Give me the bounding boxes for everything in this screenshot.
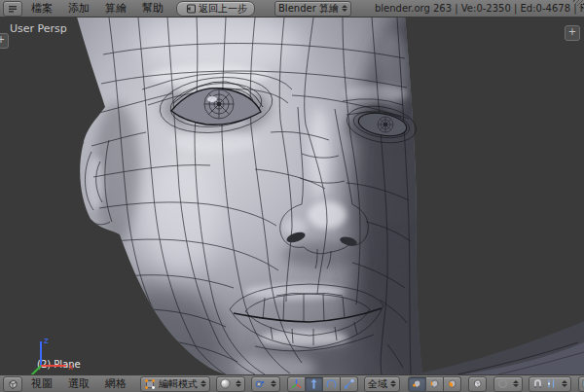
occlude-group [468, 376, 487, 392]
expand-region-button-right[interactable]: + [565, 25, 580, 41]
dropdown-arrows-icon [513, 380, 519, 387]
mode-select[interactable]: 編輯模式 [140, 376, 210, 392]
render-engine-select[interactable]: Blender 算繪 [274, 1, 351, 17]
vertex-select-button[interactable] [408, 376, 426, 392]
occlude-geometry-icon [472, 378, 483, 389]
manipulator-axis-icon [291, 378, 302, 389]
menu-view[interactable]: 視圖 [24, 376, 59, 391]
snap-select[interactable] [529, 376, 571, 392]
viewport-shading-select[interactable] [216, 376, 245, 392]
scale-manipulator-button[interactable] [341, 376, 358, 392]
expand-region-button-left[interactable]: + [0, 33, 9, 49]
proportional-edit-select[interactable] [493, 376, 523, 392]
scene-statistics: blender.org 263 | Ve:0-2350 | Ed:0-4678 … [375, 3, 584, 14]
menu-file[interactable]: 檔案 [24, 1, 59, 16]
manipulator-toggle-button[interactable] [287, 376, 306, 392]
editor-type-icon [7, 378, 18, 390]
back-button-label: 返回上一步 [199, 2, 247, 16]
dropdown-arrows-icon [342, 5, 347, 12]
pivot-center-select[interactable] [251, 376, 280, 392]
edit-mode-icon [144, 378, 156, 390]
editor-type-icon [7, 3, 18, 15]
rotate-icon [326, 378, 337, 389]
rotate-manipulator-button[interactable] [323, 376, 341, 392]
view-name-label: User Persp [10, 22, 67, 35]
pivot-center-icon [255, 378, 266, 389]
select-mode-group [408, 376, 461, 392]
render-engine-value: Blender 算繪 [278, 2, 339, 16]
face-select-icon [447, 378, 457, 389]
edge-select-button[interactable] [426, 376, 444, 392]
axis-mini-gizmo: z x y [19, 334, 73, 374]
snap-magnet-icon [532, 378, 543, 389]
back-to-previous-button[interactable]: 返回上一步 [176, 1, 255, 17]
translate-icon [309, 378, 319, 389]
manipulator-group [287, 376, 358, 392]
dropdown-arrows-icon [271, 380, 276, 387]
3d-viewport[interactable]: User Persp (2) Plane z x y + + [0, 18, 584, 374]
dropdown-arrows-icon [236, 380, 241, 387]
opengl-render-still-button[interactable] [578, 376, 584, 392]
face-select-button[interactable] [444, 376, 461, 392]
mode-value: 編輯模式 [159, 377, 198, 391]
menu-add[interactable]: 添加 [61, 1, 96, 16]
dropdown-arrows-icon [201, 380, 206, 387]
blender-window: 檔案 添加 算繪 幫助 返回上一步 Blender 算繪 blender.org… [0, 0, 584, 392]
opengl-render-group [578, 376, 584, 392]
proportional-edit-icon [497, 378, 508, 389]
menu-mesh[interactable]: 網格 [98, 376, 133, 391]
menu-select[interactable]: 選取 [61, 376, 96, 391]
orientation-select[interactable]: 全域 [364, 376, 400, 392]
vertex-select-icon [412, 378, 422, 389]
editor-type-button-3dview[interactable] [3, 376, 22, 392]
axis-z-label: z [44, 336, 49, 345]
edge-select-icon [429, 378, 440, 389]
orientation-value: 全域 [368, 377, 387, 391]
occlude-geometry-button[interactable] [468, 376, 487, 392]
dropdown-arrows-icon [562, 380, 567, 387]
translate-manipulator-button[interactable] [306, 376, 323, 392]
scale-icon [344, 378, 354, 389]
menu-help[interactable]: 幫助 [135, 1, 170, 16]
axis-x-label: x [68, 362, 73, 372]
viewport-shading-icon [220, 378, 231, 389]
snap-element-icon [546, 378, 557, 389]
info-header: 檔案 添加 算繪 幫助 返回上一步 Blender 算繪 blender.org… [0, 0, 584, 18]
back-arrow-icon [184, 4, 196, 14]
wireframe-head-model [0, 18, 584, 374]
dropdown-arrows-icon [390, 380, 396, 387]
menu-render[interactable]: 算繪 [98, 1, 133, 16]
editor-type-button[interactable] [3, 1, 22, 17]
viewport-header: 視圖 選取 網格 編輯模式 [0, 374, 584, 392]
